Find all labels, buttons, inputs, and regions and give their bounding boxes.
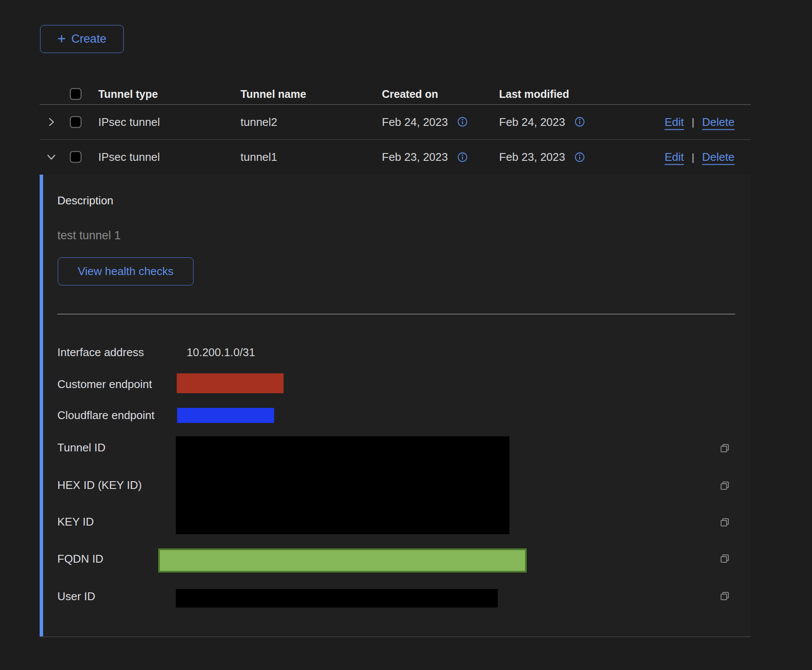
edit-link[interactable]: Edit [665, 150, 684, 164]
description-value: test tunnel 1 [57, 229, 121, 242]
info-icon[interactable] [457, 117, 468, 127]
redacted-user-id [176, 589, 498, 607]
created-on-value: Feb 24, 2023 [382, 115, 448, 128]
copy-tunnel-id-button[interactable] [719, 442, 731, 454]
cloudflare-endpoint-label: Cloudflare endpoint [57, 407, 155, 423]
tunnel-name-cell: tunnel2 [240, 115, 277, 128]
blue-accent-bar [40, 175, 43, 636]
created-on-cell: Feb 24, 2023 [382, 115, 468, 128]
section-divider [57, 314, 735, 314]
column-header-last-modified: Last modified [499, 88, 569, 100]
tunnel-name-cell: tunnel1 [240, 150, 277, 164]
redacted-id-values [176, 436, 509, 534]
table-header: Tunnel type Tunnel name Created on Last … [0, 83, 812, 104]
copy-hex-id-button[interactable] [719, 480, 731, 492]
copy-fqdn-id-button[interactable] [719, 553, 731, 565]
column-header-created-on: Created on [382, 88, 438, 100]
tunnel-type-cell: IPsec tunnel [98, 150, 160, 164]
panel-bottom-divider [40, 636, 751, 637]
description-label: Description [57, 194, 113, 207]
row-actions: Edit | Delete [665, 115, 734, 128]
table-row-tunnel2: IPsec tunnel tunnel2 Feb 24, 2023 Feb 24… [0, 104, 812, 139]
interface-address-label: Interface address [57, 344, 144, 360]
hex-id-label: HEX ID (KEY ID) [57, 477, 142, 493]
plus-icon: + [57, 31, 66, 46]
redacted-cloudflare-endpoint [177, 408, 274, 423]
column-header-tunnel-name: Tunnel name [240, 88, 306, 100]
link-separator: | [692, 116, 694, 128]
delete-link[interactable]: Delete [702, 115, 734, 128]
info-icon[interactable] [575, 152, 585, 162]
last-modified-cell: Feb 23, 2023 [499, 150, 585, 164]
edit-link[interactable]: Edit [665, 115, 684, 128]
row-checkbox[interactable] [70, 116, 81, 128]
tunnel-id-label: Tunnel ID [57, 440, 106, 455]
info-icon[interactable] [457, 152, 468, 162]
redacted-fqdn-id [158, 548, 527, 573]
table-row-tunnel1: IPsec tunnel tunnel1 Feb 23, 2023 Feb 23… [0, 139, 812, 175]
copy-user-id-button[interactable] [719, 590, 731, 602]
key-id-label: KEY ID [57, 514, 94, 529]
last-modified-value: Feb 24, 2023 [499, 115, 565, 128]
row-actions: Edit | Delete [665, 150, 734, 164]
redacted-customer-endpoint [177, 373, 284, 393]
last-modified-cell: Feb 24, 2023 [499, 115, 585, 128]
info-icon[interactable] [575, 117, 585, 127]
column-header-tunnel-type: Tunnel type [98, 88, 158, 100]
interface-address-value: 10.200.1.0/31 [187, 344, 255, 360]
link-separator: | [692, 151, 694, 163]
created-on-value: Feb 23, 2023 [382, 150, 448, 164]
chevron-down-icon[interactable] [46, 152, 56, 162]
ipsec-tunnels-page: + Create Tunnel type Tunnel name Created… [0, 0, 812, 670]
create-button-label: Create [72, 32, 106, 46]
delete-link[interactable]: Delete [702, 150, 734, 164]
row-checkbox[interactable] [70, 151, 81, 163]
chevron-right-icon[interactable] [46, 117, 56, 127]
copy-key-id-button[interactable] [719, 517, 731, 529]
fqdn-id-label: FQDN ID [57, 551, 103, 567]
customer-endpoint-label: Customer endpoint [57, 376, 152, 392]
view-health-checks-button[interactable]: View health checks [58, 257, 194, 285]
select-all-checkbox[interactable] [70, 88, 81, 100]
expanded-tunnel-panel: Description test tunnel 1 View health ch… [40, 175, 751, 636]
create-button[interactable]: + Create [40, 25, 124, 53]
tunnel-type-cell: IPsec tunnel [98, 115, 160, 128]
last-modified-value: Feb 23, 2023 [499, 150, 565, 164]
user-id-label: User ID [57, 589, 95, 604]
created-on-cell: Feb 23, 2023 [382, 150, 468, 164]
